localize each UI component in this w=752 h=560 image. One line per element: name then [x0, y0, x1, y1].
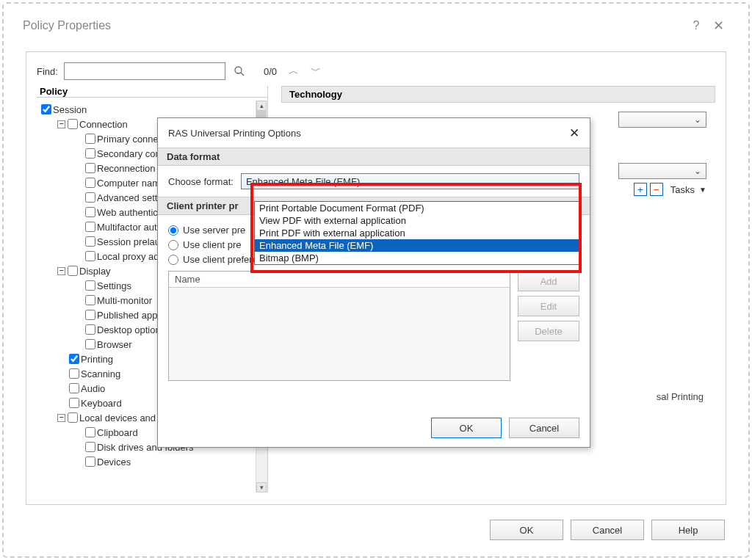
scroll-down-icon[interactable]: ▾: [256, 482, 267, 492]
tree-checkbox[interactable]: [41, 104, 51, 114]
tree-checkbox[interactable]: [69, 368, 79, 379]
tree-item-label: Desktop options: [97, 324, 165, 335]
tree-item-label: Secondary conn: [97, 148, 166, 159]
tree-item-label: Advanced settin: [97, 192, 165, 203]
dropdown-option[interactable]: Bitmap (BMP): [255, 252, 579, 264]
tree-item-label: Session prelaun: [97, 236, 165, 247]
tree-item-label: Devices: [97, 457, 131, 468]
printer-listbox[interactable]: Name: [168, 271, 510, 381]
tree-item-label: Reconnection: [97, 163, 156, 174]
partial-text-sal-printing: sal Printing: [657, 391, 704, 402]
find-next-icon[interactable]: ﹀: [311, 65, 321, 78]
collapse-icon[interactable]: −: [57, 414, 65, 422]
help-icon[interactable]: ?: [685, 19, 707, 32]
tree-checkbox[interactable]: [85, 457, 95, 467]
tree-item-label: Display: [79, 266, 111, 277]
tree-checkbox[interactable]: [85, 324, 95, 335]
tree-checkbox[interactable]: [85, 178, 95, 188]
tree-checkbox[interactable]: [68, 119, 78, 129]
tree-item[interactable]: Devices: [38, 454, 256, 469]
dropdown-option[interactable]: View PDF with external application: [255, 214, 579, 227]
scroll-up-icon[interactable]: ▴: [256, 101, 267, 111]
tree-checkbox[interactable]: [85, 442, 95, 452]
tree-item-label: Primary conne: [97, 134, 159, 145]
tree-item-label: Audio: [81, 383, 105, 394]
printer-list-row: Name Add Edit Delete: [168, 271, 579, 381]
secondary-dropdown[interactable]: [618, 163, 706, 179]
tree-checkbox[interactable]: [85, 251, 95, 261]
tree-checkbox[interactable]: [85, 427, 95, 437]
tree-checkbox[interactable]: [85, 339, 95, 349]
tree-checkbox[interactable]: [85, 280, 95, 291]
dialog-cancel-button[interactable]: Cancel: [509, 418, 579, 438]
format-combobox-value: Enhanced Meta File (EMF): [246, 176, 360, 187]
find-row: Find: 0/0 ︿ ﹀: [37, 62, 715, 80]
expand-all-icon[interactable]: +: [634, 183, 647, 196]
tree-item-label: Settings: [97, 280, 131, 291]
tree-checkbox[interactable]: [85, 222, 95, 232]
printer-buttons: Add Edit Delete: [518, 271, 579, 381]
tree-item-label: Session: [53, 104, 87, 115]
tasks-label[interactable]: Tasks: [670, 184, 695, 195]
tree-checkbox[interactable]: [69, 398, 79, 408]
main-footer: OK Cancel Help: [490, 520, 725, 540]
tree-checkbox[interactable]: [85, 192, 95, 203]
dialog-close-icon[interactable]: ✕: [569, 126, 579, 141]
tree-checkbox[interactable]: [85, 295, 95, 305]
tree-checkbox[interactable]: [69, 354, 79, 364]
add-button[interactable]: Add: [518, 271, 579, 291]
dropdown-option[interactable]: Print PDF with external application: [255, 227, 579, 239]
radio-client-label: Use client pre: [183, 239, 241, 250]
format-dropdown-list[interactable]: Print Portable Document Format (PDF)View…: [254, 201, 580, 265]
name-column-header[interactable]: Name: [169, 272, 510, 288]
tree-checkbox[interactable]: [85, 310, 95, 320]
tree-item-label: Local proxy add: [97, 251, 164, 262]
svg-point-0: [235, 67, 242, 73]
radio-client-input[interactable]: [168, 240, 178, 250]
edit-button[interactable]: Edit: [518, 296, 579, 316]
tree-checkbox[interactable]: [85, 236, 95, 247]
tree-item-label: Multifactor auth: [97, 222, 162, 233]
tree-checkbox[interactable]: [69, 383, 79, 393]
tree-item-label: Printing: [81, 354, 113, 365]
main-cancel-button[interactable]: Cancel: [571, 520, 644, 540]
tree-checkbox[interactable]: [68, 266, 78, 276]
dialog-footer: OK Cancel: [431, 418, 579, 438]
tree-item-label: Multi-monitor: [97, 295, 152, 306]
find-prev-icon[interactable]: ︿: [289, 65, 299, 78]
main-ok-button[interactable]: OK: [490, 520, 563, 540]
delete-button[interactable]: Delete: [518, 321, 579, 341]
tasks-dropdown-icon[interactable]: ▼: [699, 186, 706, 194]
dropdown-option[interactable]: Print Portable Document Format (PDF): [255, 202, 579, 214]
collapse-all-icon[interactable]: −: [650, 183, 663, 196]
format-row: Choose format: Enhanced Meta File (EMF): [168, 173, 579, 189]
technology-dropdown[interactable]: [618, 112, 706, 128]
find-input[interactable]: [64, 62, 225, 80]
tree-item-label: Scanning: [81, 368, 120, 379]
radio-server-label: Use server pre: [183, 225, 245, 236]
find-label: Find:: [37, 66, 58, 77]
collapse-icon[interactable]: −: [57, 120, 65, 128]
dropdown-option[interactable]: Enhanced Meta File (EMF): [255, 239, 579, 252]
radio-following-input[interactable]: [168, 255, 178, 265]
dialog-ok-button[interactable]: OK: [431, 418, 502, 438]
printing-options-dialog: RAS Universal Printing Options ✕ Data fo…: [157, 117, 590, 448]
tree-checkbox[interactable]: [85, 207, 95, 217]
dialog-title-bar: RAS Universal Printing Options ✕: [158, 118, 590, 148]
tree-checkbox[interactable]: [68, 412, 78, 423]
svg-line-1: [241, 73, 244, 76]
tree-item[interactable]: Session: [38, 102, 256, 117]
radio-server-input[interactable]: [168, 225, 178, 236]
title-bar: Policy Properties ? ✕: [11, 11, 741, 40]
tree-checkbox[interactable]: [85, 148, 95, 159]
close-icon[interactable]: ✕: [707, 18, 729, 34]
collapse-icon[interactable]: −: [57, 267, 65, 275]
tree-item-label: Clipboard: [97, 427, 138, 438]
tree-item-label: Browser: [97, 339, 132, 350]
format-combobox[interactable]: Enhanced Meta File (EMF): [241, 173, 579, 189]
tree-checkbox[interactable]: [85, 163, 95, 173]
main-help-button[interactable]: Help: [651, 520, 725, 540]
tree-checkbox[interactable]: [85, 134, 95, 144]
search-icon[interactable]: [231, 63, 247, 79]
dialog-title: RAS Universal Printing Options: [168, 128, 301, 139]
